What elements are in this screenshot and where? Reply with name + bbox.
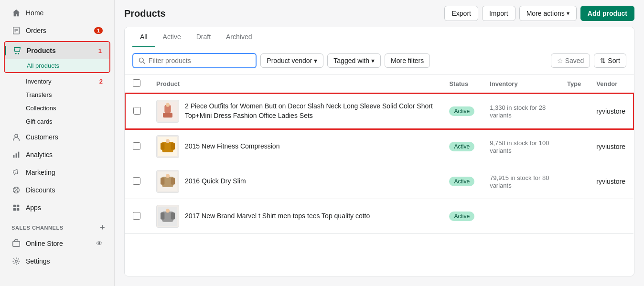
sidebar-item-customers[interactable]: Customers (4, 128, 110, 146)
svg-rect-17 (17, 208, 19, 211)
tagged-with-button[interactable]: Tagged with ▾ (327, 53, 381, 68)
product-cell[interactable]: 2016 Quick Dry Slim (149, 164, 441, 199)
table-row[interactable]: 2016 Quick Dry Slim Active 79,915 in sto… (125, 164, 633, 199)
product-name: 2015 New Fitness Compression (185, 142, 279, 151)
table-row[interactable]: 2017 New Brand Marvel t Shirt men tops t… (125, 199, 633, 234)
table-row[interactable]: 2 Piece Outfits for Women Butt on Decor … (125, 94, 633, 129)
row-checkbox-cell (125, 129, 149, 164)
product-vendor-button[interactable]: Product vendor ▾ (260, 53, 323, 68)
analytics-icon (11, 150, 21, 159)
svg-rect-27 (161, 143, 164, 150)
col-vendor: Vendor (589, 74, 633, 94)
status-badge: Active (449, 106, 474, 116)
sidebar-item-analytics-label: Analytics (26, 151, 53, 159)
export-button[interactable]: Export (444, 6, 478, 21)
saved-button[interactable]: ☆ Saved (551, 53, 590, 68)
tab-all[interactable]: All (132, 27, 155, 47)
tab-active[interactable]: Active (155, 27, 189, 47)
sidebar-item-settings[interactable]: Settings (4, 253, 110, 270)
col-type: Type (559, 74, 589, 94)
apps-icon (11, 203, 21, 212)
sidebar-item-collections[interactable]: Collections (4, 102, 110, 115)
sales-channels-section: SALES CHANNELS ＋ (0, 217, 114, 234)
row-checkbox[interactable] (133, 107, 141, 115)
more-actions-button[interactable]: More actions ▾ (519, 6, 577, 21)
row-checkbox[interactable] (133, 142, 140, 150)
status-badge: Active (449, 177, 474, 186)
more-filters-button[interactable]: More filters (385, 53, 430, 68)
discounts-icon (11, 185, 21, 195)
sales-channels-label: SALES CHANNELS (11, 225, 64, 231)
sidebar-item-products[interactable]: Products 1 (5, 42, 109, 59)
row-checkbox-cell (125, 199, 149, 234)
sidebar-nav: Home Orders 1 Products 1 All products (0, 0, 114, 286)
inventory-cell (482, 199, 559, 234)
vendor-cell: ryviustore (589, 94, 633, 129)
svg-rect-33 (171, 178, 175, 185)
sidebar-item-discounts[interactable]: Discounts (4, 181, 110, 199)
vendor-cell: ryviustore (589, 164, 633, 199)
inventory-text: 1,330 in stock for 28 variants (490, 104, 546, 119)
product-cell[interactable]: 2017 New Brand Marvel t Shirt men tops t… (149, 199, 441, 234)
sidebar-item-all-products[interactable]: All products (5, 59, 109, 72)
online-store-label: Online Store (26, 240, 63, 247)
svg-rect-16 (13, 208, 16, 211)
svg-rect-14 (13, 205, 16, 207)
add-channel-icon[interactable]: ＋ (98, 222, 107, 233)
eye-icon[interactable]: 👁 (96, 240, 103, 247)
orders-badge: 1 (94, 27, 103, 34)
col-product: Product (149, 74, 441, 94)
sidebar-item-apps[interactable]: Apps (4, 199, 110, 216)
sidebar-item-home[interactable]: Home (4, 4, 110, 21)
inventory-cell: 79,915 in stock for 80 variants (482, 164, 559, 199)
sidebar-item-orders[interactable]: Orders 1 (4, 22, 110, 39)
online-store-icon (11, 239, 21, 248)
type-cell (559, 164, 589, 199)
product-thumbnail (156, 135, 179, 158)
main-header: Products Export Import More actions ▾ Ad… (115, 0, 644, 27)
product-cell[interactable]: 2015 New Fitness Compression (149, 129, 441, 164)
add-product-button[interactable]: Add product (580, 6, 634, 21)
import-button[interactable]: Import (482, 6, 515, 21)
product-cell[interactable]: 2 Piece Outfits for Women Butt on Decor … (149, 94, 441, 129)
status-cell: Active (441, 199, 482, 234)
sidebar-item-apps-label: Apps (26, 204, 41, 212)
transfers-label: Transfers (26, 91, 52, 98)
sidebar-item-orders-label: Orders (26, 27, 46, 34)
select-all-header (125, 74, 149, 94)
sidebar-item-customers-label: Customers (26, 133, 58, 141)
sidebar-item-online-store[interactable]: Online Store 👁 (4, 235, 110, 252)
table-row[interactable]: 2015 New Fitness Compression Active 9,75… (125, 129, 633, 164)
sidebar-item-gift-cards[interactable]: Gift cards (4, 115, 110, 128)
sidebar-item-analytics[interactable]: Analytics (4, 146, 110, 163)
products-table: Product Status Inventory Type Vendor 2 P… (125, 74, 634, 234)
svg-rect-15 (17, 205, 19, 207)
sort-icon: ⇅ (600, 57, 606, 64)
product-thumbnail (156, 100, 179, 123)
status-badge: Active (449, 212, 474, 221)
sidebar-item-transfers[interactable]: Transfers (4, 88, 110, 101)
row-checkbox[interactable] (133, 177, 140, 185)
sort-button[interactable]: ⇅ Sort (594, 53, 626, 68)
marketing-icon (11, 168, 21, 177)
product-thumbnail (156, 170, 179, 193)
status-cell: Active (441, 164, 482, 199)
tab-archived[interactable]: Archived (218, 27, 259, 47)
status-cell: Active (441, 94, 482, 129)
select-all-checkbox[interactable] (133, 79, 140, 87)
row-checkbox[interactable] (133, 212, 140, 220)
settings-icon (11, 256, 21, 266)
svg-point-24 (166, 103, 170, 107)
sidebar-item-inventory[interactable]: Inventory 2 (4, 75, 110, 88)
svg-rect-28 (171, 143, 175, 150)
svg-rect-8 (16, 153, 17, 158)
chevron-vendor-icon: ▾ (314, 57, 317, 64)
search-box[interactable] (132, 53, 257, 68)
tab-draft[interactable]: Draft (189, 27, 218, 47)
products-table-container: Product Status Inventory Type Vendor 2 P… (125, 74, 634, 276)
main-content: Products Export Import More actions ▾ Ad… (115, 0, 644, 286)
search-input[interactable] (149, 57, 251, 64)
sidebar-item-marketing[interactable]: Marketing (4, 164, 110, 181)
chevron-tagged-icon: ▾ (371, 57, 375, 64)
sidebar-item-settings-label: Settings (26, 257, 50, 265)
